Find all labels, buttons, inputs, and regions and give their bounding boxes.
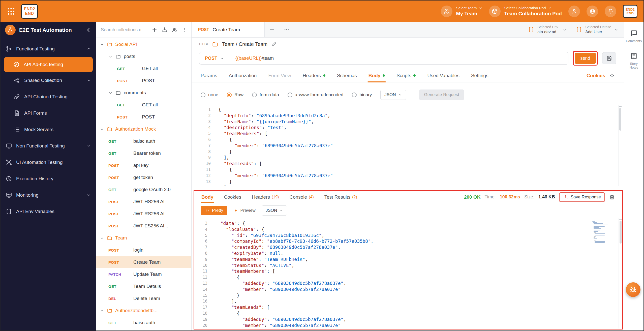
delete-response-icon[interactable] [609,194,615,200]
request-item-jwt-rs256-al[interactable]: POSTJWT RS256 Al... [96,208,191,220]
tab-scripts[interactable]: Scripts [396,69,416,82]
request-body-editor[interactable]: 1234567891011121314 { "deptInfo": "6895a… [198,105,622,186]
scrollbar-thumb[interactable] [619,108,621,131]
sidebar-item-functional-testing[interactable]: Functional Testing [1,41,96,57]
code-line: "teamName": "{{uniqueTeamName}}", [218,119,618,125]
pretty-toggle[interactable]: Pretty [201,206,227,215]
sidebar-item-mock-servers[interactable]: Mock Servers [1,121,96,138]
request-item-team-details[interactable]: GETTeam Details [96,280,191,292]
response-body-code[interactable]: "data": { "localData": { "_id": "693fc39… [210,218,619,328]
profile-button[interactable] [568,6,580,17]
comments-tool[interactable]: Comments [626,29,642,43]
response-format-select[interactable]: JSON [262,205,287,216]
request-item-delete-team[interactable]: DELDelete Team [96,292,191,305]
tab-body[interactable]: Body [369,69,385,82]
apps-grid-icon[interactable] [7,7,16,16]
import-icon[interactable] [162,27,168,33]
collapse-sidebar-icon[interactable] [85,27,92,33]
request-item-baisc-auth[interactable]: GETbaisc auth [96,135,191,147]
response-tab-headers[interactable]: Headers(19) [252,191,279,203]
request-item-post[interactable]: POSTPOST [96,111,191,123]
request-item-get-token[interactable]: POSTget token [96,171,191,184]
cookies-link[interactable]: Cookies [587,73,605,78]
minimap[interactable] [592,221,609,243]
body-type-binary[interactable]: binary [352,92,372,98]
body-type-x-www-form-urlencoded[interactable]: x-www-form-urlencoded [288,92,343,98]
sidebar-item-api-chained-testing[interactable]: API Chained Testing [1,88,96,105]
app-logo[interactable]: END2 END [21,4,38,19]
dataset-selector[interactable]: Selected Datase Add User [576,25,618,34]
sidebar-item-shared-collection[interactable]: Shared Collection [1,72,96,88]
more-options-icon[interactable] [182,27,187,33]
body-format-select[interactable]: JSON [380,90,406,100]
debug-fab[interactable] [626,282,640,297]
tab-used-variables[interactable]: Used Variables [427,69,459,82]
body-type-none[interactable]: none [201,92,218,98]
sidebar-item-api-ad-hoc-testing[interactable]: API Ad-hoc testing [4,57,93,72]
scrollbar-thumb[interactable] [620,221,622,244]
sidebar-item-api-env-variables[interactable]: API Env Variables [1,203,96,220]
collection-folder-social-api[interactable]: Social API [96,38,191,50]
share-collections-icon[interactable] [172,27,178,33]
sidebar-item-monitoring[interactable]: Monitoring [1,187,96,203]
request-item-post[interactable]: POSTPOST [96,75,191,87]
tab-overflow-button[interactable] [279,22,294,37]
request-item-update-team[interactable]: PATCHUpdate Team [96,268,191,280]
sidebar-item-api-forms[interactable]: API Forms [1,105,96,121]
account-avatar[interactable]: END2 END [623,5,637,18]
collection-folder-authorizationdvtfb[interactable]: Authorizationdvtfb... [96,305,191,317]
method-select[interactable]: POST [199,52,230,64]
request-item-login[interactable]: POSTlogin [96,244,191,256]
tab-schemas[interactable]: Schemas [337,69,357,82]
story-notes-tool[interactable]: Story Notes [626,52,642,70]
add-collection-icon[interactable] [151,27,158,33]
generate-request-button[interactable]: Generate Request [419,89,464,100]
collection-folder-comments[interactable]: comments [96,87,191,99]
save-response-button[interactable]: Save Response [559,192,605,202]
url-input[interactable]: {{baseURL}}/team [230,55,279,61]
collection-folder-posts[interactable]: posts [96,50,191,63]
code-snippet-icon[interactable] [609,73,615,78]
edit-name-icon[interactable] [271,42,277,47]
body-type-raw[interactable]: Raw [227,92,243,98]
scrollbar[interactable] [619,218,622,328]
preview-toggle[interactable]: Preview [233,208,255,213]
tab-settings[interactable]: Settings [471,69,488,82]
team-selector[interactable]: Select Team My Team [441,6,482,17]
body-type-form-data[interactable]: form-data [252,92,279,98]
response-tab-test-results[interactable]: Test Results(2) [324,191,357,203]
tab-authorization[interactable]: Authorization [229,69,257,82]
response-tab-console[interactable]: Console(4) [289,191,314,203]
send-button[interactable]: send [575,53,596,64]
env-selector[interactable]: Selected Env ata dev ad... [528,25,567,34]
save-request-button[interactable] [602,52,616,64]
request-item-api-key[interactable]: POSTapi key [96,159,191,171]
tab-headers[interactable]: Headers [303,69,325,82]
globe-button[interactable] [587,6,598,17]
pod-selector[interactable]: Select Collaboration Pod Team Collaborat… [489,6,562,17]
sidebar-item-execution-history[interactable]: Execution History [1,170,96,187]
request-item-bearer-token[interactable]: GETBearer token [96,147,191,159]
response-tab-body[interactable]: Body [201,191,213,203]
response-tab-cookies[interactable]: Cookies [224,191,241,203]
new-tab-button[interactable] [265,22,279,37]
request-body-code[interactable]: { "deptInfo": "6895abade93bef3dd5fd2c8a"… [214,105,618,186]
request-item-google-oauth-2-0[interactable]: GETgoogle OAuth 2.0 [96,184,191,196]
request-item-get-all[interactable]: GETGET all [96,63,191,75]
search-input[interactable] [101,27,147,33]
request-item-baisc-auth[interactable]: GETbaisc auth [96,317,191,329]
request-item-jwt-es256-al[interactable]: POSTJWT ES256 Al... [96,220,191,232]
tab-form-view[interactable]: Form View [268,69,291,82]
request-item-get-all[interactable]: GETGET all [96,99,191,111]
open-request-tab[interactable]: POST Create Team [192,22,265,37]
tab-params[interactable]: Params [201,69,217,82]
request-item-jwt-hs256-al[interactable]: POSTJWT HS256 Al... [96,196,191,208]
sidebar-item-ui-automation-testing[interactable]: UI Automation Testing [1,154,96,170]
sidebar-item-non-functional-testing[interactable]: Non Functional Testing [1,138,96,154]
collection-folder-team[interactable]: Team [96,232,191,244]
notifications-button[interactable] [605,6,616,17]
response-body-editor[interactable]: 34567891011121314151617181920 "data": { … [194,218,622,328]
collection-folder-authorization-mock[interactable]: Authorization Mock [96,123,191,135]
scrollbar[interactable] [618,105,622,186]
request-item-create-team[interactable]: POSTCreate Team [96,256,191,268]
